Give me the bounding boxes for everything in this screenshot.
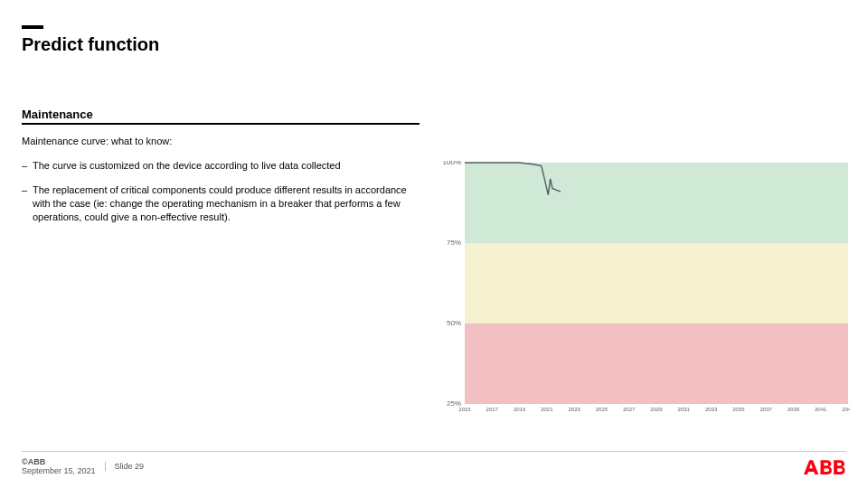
chart-band <box>465 243 848 324</box>
chart-band <box>465 163 848 243</box>
chart-xtick-label: 2031 <box>678 407 691 412</box>
bullet-text: The curve is customized on the device ac… <box>33 159 420 173</box>
bullet-list: – The curve is customized on the device … <box>22 159 420 223</box>
footer-separator <box>105 462 106 471</box>
chart-xtick-label: 2023 <box>568 407 580 412</box>
chart-xtick-label: 2043 <box>842 407 850 412</box>
section-rule <box>22 123 420 125</box>
chart-ytick-label: 75% <box>447 239 461 247</box>
section-heading: Maintenance <box>22 108 420 123</box>
list-item: – The replacement of critical components… <box>22 183 420 224</box>
chart-xtick-label: 2019 <box>514 407 526 412</box>
abb-logo <box>803 459 846 479</box>
page-title: Predict function <box>22 34 846 55</box>
chart-xtick-label: 2015 <box>458 407 471 412</box>
title-dash <box>22 25 43 29</box>
maintenance-chart: 100%75%50%25% 20152017201920212023202520… <box>441 161 850 418</box>
bullet-dash: – <box>22 159 33 173</box>
footer-copyright: ©ABB September 15, 2021 <box>22 457 96 475</box>
list-item: – The curve is customized on the device … <box>22 159 420 173</box>
body-column: Maintenance Maintenance curve: what to k… <box>22 55 420 234</box>
chart-xtick-label: 2041 <box>815 407 827 412</box>
slide: Predict function Maintenance Maintenance… <box>0 0 868 488</box>
chart-xtick-label: 2029 <box>650 407 663 412</box>
chart-xtick-label: 2021 <box>541 407 553 412</box>
footer-slide-number: Slide 29 <box>115 462 145 471</box>
footer-rule <box>22 451 846 452</box>
footer: ©ABB September 15, 2021 Slide 29 <box>22 457 144 475</box>
chart-xtick-label: 2025 <box>596 407 609 412</box>
chart-xtick-label: 2035 <box>732 407 745 412</box>
copyright-text: ©ABB <box>22 457 96 466</box>
chart-ytick-label: 100% <box>443 161 461 166</box>
footer-date: September 15, 2021 <box>22 466 96 475</box>
subheading: Maintenance curve: what to know: <box>22 136 420 146</box>
chart-xtick-label: 2033 <box>705 407 718 412</box>
abb-logo-svg <box>803 459 846 475</box>
bullet-text: The replacement of critical components c… <box>33 183 420 224</box>
chart-xtick-label: 2039 <box>788 407 800 412</box>
chart-ytick-label: 50% <box>447 319 461 327</box>
chart-xticks: 2015201720192021202320252027202920312033… <box>458 407 850 412</box>
chart-svg: 100%75%50%25% 20152017201920212023202520… <box>441 161 850 418</box>
chart-xtick-label: 2037 <box>760 407 772 412</box>
chart-yticks: 100%75%50%25% <box>443 161 461 408</box>
chart-band <box>465 324 848 404</box>
chart-xtick-label: 2017 <box>486 407 499 412</box>
chart-xtick-label: 2027 <box>623 407 636 412</box>
bullet-dash: – <box>22 183 33 224</box>
chart-bands <box>465 163 848 404</box>
